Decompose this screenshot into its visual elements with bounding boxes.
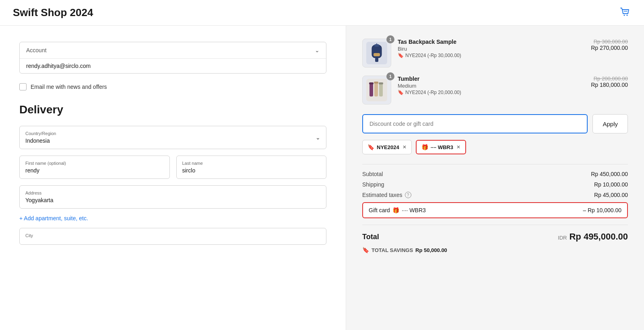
item-variant: Biru bbox=[398, 46, 584, 52]
info-icon[interactable]: ? bbox=[405, 192, 411, 198]
site-title: Swift Shop 2024 bbox=[13, 6, 93, 19]
item-image-tumbler bbox=[362, 76, 391, 105]
svg-rect-10 bbox=[374, 83, 378, 96]
svg-rect-12 bbox=[369, 82, 374, 84]
svg-rect-13 bbox=[374, 82, 378, 84]
remove-code-button[interactable]: ✕ bbox=[402, 144, 407, 150]
account-top-row[interactable]: Account ⌄ bbox=[20, 42, 326, 59]
savings-line: 🔖 TOTAL SAVINGS Rp 50,000.00 bbox=[362, 247, 628, 253]
gift-card-value: – Rp 10,000.00 bbox=[583, 207, 621, 213]
account-card: Account ⌄ rendy.adhitya@sirclo.com bbox=[19, 42, 326, 74]
account-section: Account ⌄ rendy.adhitya@sirclo.com bbox=[19, 42, 326, 74]
first-name-label: First name (optional) bbox=[25, 161, 164, 166]
divider bbox=[362, 225, 628, 225]
taxes-line: Estimated taxes ? Rp 45,000.00 bbox=[362, 192, 628, 198]
account-label: Account bbox=[26, 47, 47, 53]
subtotal-label: Subtotal bbox=[362, 171, 383, 177]
gift-tag-text: ···· WBR3 bbox=[431, 144, 453, 150]
shipping-label: Shipping bbox=[362, 181, 384, 188]
svg-point-0 bbox=[624, 15, 625, 16]
address-label: Address bbox=[25, 191, 320, 195]
email-offers-checkbox[interactable] bbox=[19, 83, 27, 90]
svg-rect-9 bbox=[369, 84, 373, 96]
city-field[interactable]: City bbox=[19, 228, 326, 245]
address-value: Yogyakarta bbox=[25, 197, 54, 203]
total-label: Total bbox=[362, 233, 379, 241]
svg-rect-7 bbox=[375, 58, 378, 62]
subtotal-line: Subtotal Rp 450,000.00 bbox=[362, 171, 628, 177]
item-price-original: Rp 300,000.00 bbox=[591, 39, 628, 45]
order-items: 1 Tas Backpack Sample Biru 🔖 NYE2024 (-R… bbox=[362, 39, 628, 105]
first-name-field[interactable]: First name (optional) rendy bbox=[19, 156, 170, 179]
item-price-original: Rp 200,000.00 bbox=[591, 76, 628, 82]
city-input[interactable]: City bbox=[19, 228, 326, 245]
total-line: Total IDR Rp 495,000.00 bbox=[362, 232, 628, 242]
remove-gift-button[interactable]: ✕ bbox=[456, 144, 460, 150]
address-input[interactable]: Address Yogyakarta bbox=[19, 185, 326, 209]
code-tag-text: NYE2024 bbox=[377, 144, 399, 150]
savings-value: Rp 50,000.00 bbox=[415, 247, 447, 253]
main-layout: Account ⌄ rendy.adhitya@sirclo.com Email… bbox=[0, 26, 644, 330]
applied-codes: 🔖 NYE2024 ✕ 🎁 ···· WBR3 ✕ bbox=[362, 140, 628, 154]
apply-button[interactable]: Apply bbox=[592, 114, 628, 133]
item-quantity-badge: 1 bbox=[386, 35, 394, 43]
right-panel: 1 Tas Backpack Sample Biru 🔖 NYE2024 (-R… bbox=[346, 26, 644, 330]
shipping-line: Shipping Rp 10,000.00 bbox=[362, 181, 628, 188]
delivery-heading: Delivery bbox=[19, 103, 326, 116]
item-image-wrapper: 1 bbox=[362, 76, 391, 105]
item-variant: Medium bbox=[398, 83, 584, 89]
gift-card-tag: 🎁 ···· WBR3 ✕ bbox=[416, 140, 466, 154]
first-name-value: rendy bbox=[25, 167, 39, 174]
item-details: Tumbler Medium 🔖 NYE2024 (-Rp 20,000.00) bbox=[398, 76, 584, 95]
gift-card-line: Gift card 🎁 ···· WBR3 – Rp 10,000.00 bbox=[362, 202, 628, 218]
last-name-value: sirclo bbox=[182, 167, 196, 174]
total-value-group: IDR Rp 495,000.00 bbox=[558, 232, 628, 242]
shipping-value: Rp 10,000.00 bbox=[594, 181, 628, 188]
item-name: Tas Backpack Sample bbox=[398, 39, 584, 45]
gift-icon: 🎁 bbox=[421, 144, 428, 150]
item-name: Tumbler bbox=[398, 76, 584, 82]
email-offers-label: Email me with news and offers bbox=[31, 84, 107, 90]
last-name-field[interactable]: Last name sirclo bbox=[176, 156, 327, 179]
name-row: First name (optional) rendy Last name si… bbox=[19, 156, 326, 179]
order-item: 1 Tas Backpack Sample Biru 🔖 NYE2024 (-R… bbox=[362, 39, 628, 68]
chevron-down-icon: ⌄ bbox=[316, 134, 320, 141]
item-price-final: Rp 180,000.00 bbox=[591, 82, 628, 88]
add-apartment-link[interactable]: + Add apartment, suite, etc. bbox=[19, 215, 88, 221]
svg-rect-11 bbox=[379, 84, 383, 96]
tag-icon: 🔖 bbox=[367, 144, 374, 150]
item-image-backpack bbox=[362, 39, 391, 68]
discount-input[interactable] bbox=[362, 114, 588, 133]
item-details: Tas Backpack Sample Biru 🔖 NYE2024 (-Rp … bbox=[398, 39, 584, 58]
item-discount-text: NYE2024 (-Rp 30,000.00) bbox=[405, 53, 461, 58]
country-label: Country/Region bbox=[25, 131, 56, 136]
last-name-label: Last name bbox=[182, 161, 321, 166]
address-field[interactable]: Address Yogyakarta bbox=[19, 185, 326, 209]
tag-icon: 🔖 bbox=[398, 90, 404, 95]
svg-rect-14 bbox=[379, 82, 383, 84]
cart-button[interactable] bbox=[620, 6, 631, 19]
tag-icon: 🔖 bbox=[398, 53, 404, 58]
item-discount-tag: 🔖 NYE2024 (-Rp 20,000.00) bbox=[398, 90, 584, 95]
taxes-label: Estimated taxes ? bbox=[362, 192, 411, 198]
item-discount-text: NYE2024 (-Rp 20,000.00) bbox=[405, 90, 461, 95]
discount-row: Apply bbox=[362, 114, 628, 133]
gift-card-icon: 🎁 bbox=[392, 207, 399, 213]
country-field[interactable]: Country/Region Indonesia ⌄ bbox=[19, 126, 326, 149]
header: Swift Shop 2024 bbox=[0, 0, 644, 26]
item-price-final: Rp 270,000.00 bbox=[591, 45, 628, 51]
email-offers-row: Email me with news and offers bbox=[19, 83, 326, 90]
item-discount-tag: 🔖 NYE2024 (-Rp 30,000.00) bbox=[398, 53, 584, 58]
item-quantity-badge: 1 bbox=[386, 72, 394, 80]
item-image-wrapper: 1 bbox=[362, 39, 391, 68]
country-select[interactable]: Country/Region Indonesia ⌄ bbox=[19, 126, 326, 149]
order-item: 1 Tumbler Medium 🔖 NYE2024 (-Rp 20,000.0… bbox=[362, 76, 628, 105]
country-value: Indonesia bbox=[25, 137, 50, 144]
divider bbox=[362, 164, 628, 164]
svg-rect-5 bbox=[374, 53, 380, 56]
item-pricing: Rp 300,000.00 Rp 270,000.00 bbox=[591, 39, 628, 51]
total-currency: IDR bbox=[558, 235, 567, 241]
savings-tag-icon: 🔖 bbox=[362, 247, 369, 253]
item-pricing: Rp 200,000.00 Rp 180,000.00 bbox=[591, 76, 628, 88]
left-panel: Account ⌄ rendy.adhitya@sirclo.com Email… bbox=[0, 26, 346, 330]
